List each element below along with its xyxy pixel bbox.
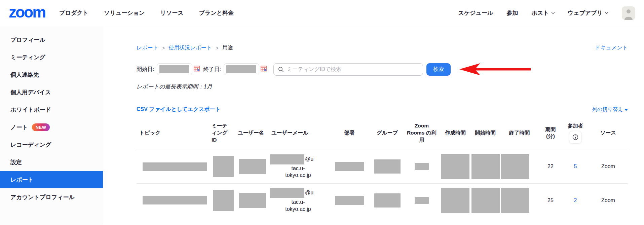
- header-meeting-id: ミーティング ID: [209, 117, 235, 150]
- redacted-end-time: [501, 188, 529, 213]
- sidebar-item-notes[interactable]: ノート NEW: [0, 118, 103, 136]
- header-user-name: ユーザー名: [235, 117, 269, 150]
- breadcrumb-usage-reports-link[interactable]: 使用状況レポート: [168, 44, 212, 51]
- meeting-id-search-input[interactable]: [287, 66, 419, 72]
- header-department: 部署: [328, 117, 371, 150]
- participants-count-link[interactable]: 5: [574, 163, 577, 169]
- header-user-email: ユーザーメール: [269, 117, 328, 150]
- redacted-meeting-id: [213, 190, 234, 211]
- user-avatar[interactable]: [622, 6, 635, 20]
- cell-user-email: @u tac.u- tokyo.ac.jp: [269, 150, 328, 183]
- email-suffix: @u: [305, 156, 313, 163]
- sidebar-item-devices[interactable]: 個人用デバイス: [0, 83, 103, 101]
- account-nav: スケジュール 参加 ホスト ウェブアプリ: [458, 6, 635, 20]
- cell-end-time: [500, 150, 539, 183]
- chevron-down-icon: [605, 10, 608, 14]
- cell-group: [371, 150, 403, 183]
- sidebar-item-account-profile[interactable]: アカウントプロフィール: [0, 188, 103, 206]
- email-domain-line: tokyo.ac.jp: [270, 172, 326, 179]
- cell-duration: 25: [539, 183, 562, 217]
- redacted-group: [374, 159, 401, 174]
- header-end-time: 終了時間: [500, 117, 539, 150]
- cell-created-time: [440, 150, 470, 183]
- cell-meeting-id: [209, 183, 235, 217]
- usage-report-table: トピック ミーティング ID ユーザー名 ユーザーメール 部署 グループ Zoo…: [137, 117, 628, 217]
- sidebar-item-whiteboard[interactable]: ホワイトボード: [0, 101, 103, 118]
- cell-participants: 5: [562, 150, 589, 183]
- cell-user-email: @u tac.u- tokyo.ac.jp: [269, 183, 328, 217]
- nav-solutions[interactable]: ソリューション: [104, 9, 145, 17]
- start-date-input[interactable]: [157, 63, 192, 75]
- redacted-created-time: [441, 154, 469, 179]
- top-navbar: zoom プロダクト ソリューション リソース プランと料金 スケジュール 参加…: [0, 0, 644, 26]
- cell-meeting-id: [209, 150, 235, 183]
- redacted-start-date: [159, 65, 189, 73]
- sidebar-item-recordings[interactable]: レコーディング: [0, 136, 103, 153]
- sidebar-item-profile[interactable]: プロフィール: [0, 31, 103, 48]
- cell-zoom-rooms: [403, 183, 440, 217]
- nav-webapp-menu[interactable]: ウェブアプリ: [568, 9, 608, 17]
- nav-host-menu[interactable]: ホスト: [531, 9, 554, 17]
- meeting-id-search-box: [273, 63, 423, 76]
- sidebar-item-settings[interactable]: 設定: [0, 153, 103, 171]
- header-participants: 参加者: [562, 117, 589, 150]
- sidebar-item-notes-label: ノート: [10, 123, 28, 131]
- column-toggle-label: 列の切り替え: [592, 106, 623, 113]
- header-participants-label: 参加者: [568, 122, 583, 129]
- export-csv-link[interactable]: CSV ファイルとしてエクスポート: [137, 106, 221, 113]
- filter-row: 開始日: 終了日:: [137, 63, 628, 76]
- sidebar-item-reports[interactable]: レポート: [0, 171, 103, 188]
- cell-source: Zoom: [589, 150, 628, 183]
- marketing-nav: プロダクト ソリューション リソース プランと料金: [59, 9, 234, 17]
- header-start-time: 開始時間: [470, 117, 500, 150]
- email-domain-line: tac.u-: [270, 199, 326, 206]
- calendar-icon[interactable]: [194, 66, 200, 73]
- nav-plans[interactable]: プランと料金: [199, 9, 234, 17]
- sidebar-item-meetings[interactable]: ミーティング: [0, 48, 103, 66]
- header-created-time: 作成時間: [440, 117, 470, 150]
- column-toggle-dropdown[interactable]: 列の切り替え: [592, 106, 628, 113]
- nav-resources[interactable]: リソース: [160, 9, 184, 17]
- cell-duration: 22: [539, 150, 562, 183]
- cell-zoom-rooms: [403, 150, 440, 183]
- email-domain-line: tac.u-: [270, 165, 326, 172]
- redacted-user-name: [239, 159, 266, 174]
- documentation-link[interactable]: ドキュメント: [595, 44, 628, 51]
- header-duration: 期間 (分): [539, 117, 562, 150]
- nav-join[interactable]: 参加: [506, 9, 518, 17]
- search-button[interactable]: 検索: [426, 63, 451, 76]
- nav-schedule[interactable]: スケジュール: [458, 9, 493, 17]
- participants-count-link[interactable]: 2: [574, 197, 577, 203]
- table-row: @u tac.u- tokyo.ac.jp 25 2 Zoom: [137, 183, 628, 217]
- cell-user-name: [235, 150, 269, 183]
- cell-end-time: [500, 183, 539, 217]
- calendar-icon[interactable]: [261, 66, 267, 73]
- header-zoom-rooms: Zoom Rooms の利用: [403, 117, 440, 150]
- zoom-logo[interactable]: zoom: [9, 4, 45, 22]
- redacted-created-time: [441, 188, 469, 213]
- end-date-input[interactable]: [224, 63, 259, 75]
- nav-products[interactable]: プロダクト: [59, 9, 88, 17]
- redacted-meeting-id: [213, 156, 234, 177]
- cell-user-name: [235, 183, 269, 217]
- nav-webapp-label: ウェブアプリ: [568, 9, 603, 17]
- info-icon[interactable]: [569, 131, 582, 144]
- breadcrumb-separator: >: [216, 45, 218, 51]
- cell-department: [328, 150, 371, 183]
- new-badge: NEW: [32, 123, 50, 131]
- breadcrumb-row: レポート > 使用状況レポート > 用途 ドキュメント: [137, 44, 628, 51]
- redacted-zoom-rooms: [415, 197, 429, 204]
- breadcrumb-reports-link[interactable]: レポート: [137, 44, 158, 51]
- table-row: @u tac.u- tokyo.ac.jp 22 5 Zoom: [137, 150, 628, 183]
- redacted-topic: [143, 162, 207, 171]
- redacted-department: [335, 196, 364, 205]
- email-domain-line: tokyo.ac.jp: [270, 206, 326, 213]
- redacted-zoom-rooms: [415, 163, 429, 170]
- red-arrow-annotation: [459, 63, 531, 76]
- redacted-user-name: [239, 193, 266, 208]
- redacted-department: [335, 162, 364, 171]
- sidebar-item-contacts[interactable]: 個人連絡先: [0, 66, 103, 83]
- breadcrumb-separator: >: [162, 45, 165, 51]
- cell-created-time: [440, 183, 470, 217]
- sidebar: プロフィール ミーティング 個人連絡先 個人用デバイス ホワイトボード ノート …: [0, 26, 103, 225]
